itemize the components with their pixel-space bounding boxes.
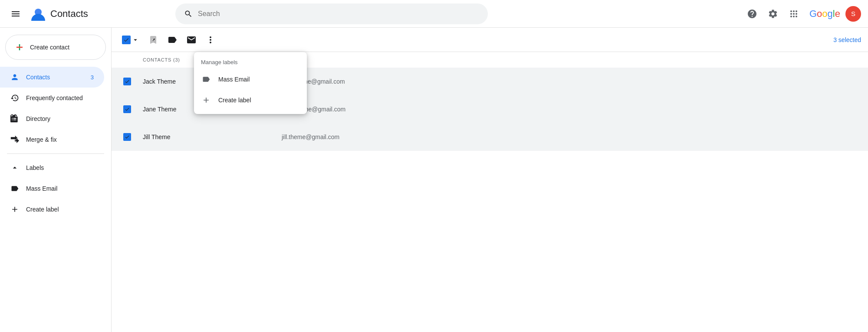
- main-content: 3 selected Manage labels Mass Email Crea…: [111, 28, 868, 332]
- help-button[interactable]: [743, 5, 761, 23]
- header-right: Google S: [743, 5, 861, 23]
- contacts-badge: 3: [91, 74, 94, 81]
- menu-icon[interactable]: [7, 5, 24, 23]
- sidebar-directory-label: Directory: [26, 115, 50, 122]
- label-toolbar-icon: [167, 35, 178, 45]
- select-checkbox: [122, 36, 131, 44]
- check-mark-2: [125, 107, 130, 112]
- table-row[interactable]: Jill Theme jill.theme@gmail.com: [112, 123, 868, 151]
- more-options-button[interactable]: [202, 31, 219, 49]
- merge-contacts-icon: [148, 35, 158, 45]
- header-left: Contacts: [7, 5, 172, 23]
- checkbox-checked-3: [123, 133, 131, 141]
- check-mark-1: [125, 79, 130, 84]
- search-input[interactable]: [198, 10, 479, 18]
- merge-icon: [10, 135, 19, 144]
- label-dropdown-menu[interactable]: Manage labels Mass Email Create label: [194, 52, 307, 114]
- dropdown-item-mass-email[interactable]: Mass Email: [194, 69, 307, 90]
- selected-count: 3 selected: [833, 36, 861, 43]
- sidebar: Create contact Contacts 3 Frequently con…: [0, 28, 111, 332]
- sidebar-mass-email-label: Mass Email: [26, 185, 57, 192]
- google-logo: Google: [809, 8, 840, 20]
- email-icon: [186, 35, 197, 45]
- app-title: Contacts: [50, 8, 88, 20]
- sidebar-item-mass-email[interactable]: Mass Email: [0, 178, 104, 199]
- sidebar-divider: [7, 153, 104, 154]
- sidebar-item-directory[interactable]: Directory: [0, 108, 104, 129]
- contact-checkbox-1[interactable]: [118, 73, 136, 90]
- settings-button[interactable]: [764, 5, 782, 23]
- email-button[interactable]: [183, 31, 200, 49]
- check-mark-3: [125, 134, 130, 140]
- sidebar-frequently-contacted-label: Frequently contacted: [26, 94, 83, 101]
- dropdown-title: Manage labels: [194, 55, 307, 69]
- app-logo: Contacts: [30, 5, 88, 23]
- sidebar-merge-label: Merge & fix: [26, 136, 57, 143]
- dropdown-arrow-icon: [132, 36, 139, 44]
- checkbox-checked-2: [123, 105, 131, 113]
- contact-email-3: jill.theme@gmail.com: [282, 133, 339, 140]
- label-button[interactable]: [164, 31, 181, 49]
- dropdown-item-create-label[interactable]: Create label: [194, 90, 307, 111]
- chevron-up-icon: [10, 163, 19, 172]
- dropdown-mass-email-label: Mass Email: [218, 76, 250, 83]
- plus-icon: [14, 42, 25, 52]
- sidebar-item-frequently-contacted[interactable]: Frequently contacted: [0, 88, 104, 108]
- layout: Create contact Contacts 3 Frequently con…: [0, 28, 868, 332]
- toolbar: 3 selected Manage labels Mass Email Crea…: [112, 28, 868, 52]
- apps-button[interactable]: [785, 5, 802, 23]
- sidebar-item-merge-fix[interactable]: Merge & fix: [0, 129, 104, 150]
- contact-checkbox-2[interactable]: [118, 101, 136, 118]
- dropdown-create-label-label: Create label: [218, 97, 251, 104]
- label-shape-icon: [202, 75, 210, 84]
- merge-button[interactable]: [145, 31, 162, 49]
- label-item-icon: [201, 74, 211, 85]
- search-bar[interactable]: [175, 3, 488, 24]
- more-vert-icon: [205, 35, 216, 45]
- check-icon: [123, 37, 129, 43]
- select-all-button[interactable]: [118, 32, 143, 48]
- history-icon: [10, 94, 19, 102]
- add-icon: [10, 205, 19, 214]
- contact-checkbox-3[interactable]: [118, 128, 136, 146]
- user-avatar[interactable]: S: [845, 6, 861, 22]
- sidebar-item-create-label[interactable]: Create label: [0, 199, 104, 220]
- plus-item-icon: [201, 95, 211, 105]
- label-icon: [10, 184, 19, 193]
- person-icon: [10, 73, 19, 81]
- create-contact-label: Create contact: [30, 44, 69, 51]
- sidebar-create-label-label: Create label: [26, 206, 59, 213]
- checkbox-checked-1: [123, 78, 131, 85]
- contact-name-3: Jill Theme: [143, 133, 282, 140]
- header: Contacts Google S: [0, 0, 868, 28]
- plus-shape-icon: [202, 96, 210, 104]
- sidebar-item-contacts[interactable]: Contacts 3: [0, 67, 104, 88]
- directory-icon: [10, 114, 19, 123]
- search-icon: [184, 10, 193, 18]
- create-contact-button[interactable]: Create contact: [5, 35, 106, 60]
- sidebar-contacts-label: Contacts: [26, 74, 50, 81]
- contacts-logo-icon: [30, 5, 47, 23]
- labels-header[interactable]: Labels: [0, 157, 111, 178]
- labels-title: Labels: [26, 164, 44, 171]
